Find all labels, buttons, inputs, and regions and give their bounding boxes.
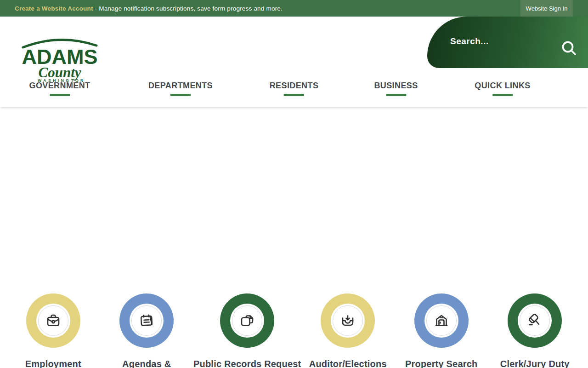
nav-underline [170, 94, 191, 96]
quicklink-property-search[interactable]: Property Search [395, 293, 488, 368]
quicklink-label: Property Search [405, 359, 478, 368]
notepad-icon [138, 312, 155, 329]
hero-section [0, 107, 588, 290]
nav-underline [50, 94, 70, 96]
quicklink-clerk-jury-duty[interactable]: Clerk/Jury Duty [488, 293, 582, 368]
nav-label: RESIDENTS [270, 81, 319, 91]
utility-bar: Create a Website Account - Manage notifi… [0, 0, 588, 17]
gavel-icon [526, 312, 543, 329]
search-button[interactable] [561, 40, 577, 56]
nav-item-residents[interactable]: RESIDENTS [270, 81, 319, 96]
nav-label: GOVERNMENT [29, 81, 90, 91]
quicklink-ring [414, 293, 469, 348]
quicklink-inner-circle [130, 304, 164, 338]
quicklink-inner-circle [36, 304, 70, 338]
quicklink-label: Public Records Request [193, 359, 301, 368]
quicklink-label: Agendas & [122, 359, 171, 368]
nav-item-departments[interactable]: DEPARTMENTS [148, 81, 213, 96]
site-header: ADAMS County WASHINGTON GOVERNMENT DEPAR… [0, 17, 588, 107]
briefcase-icon [45, 312, 62, 329]
quicklink-inner-circle [230, 304, 264, 338]
search-icon [561, 51, 577, 58]
account-promo-text: Create a Website Account - Manage notifi… [15, 5, 283, 12]
nav-item-quick-links[interactable]: QUICK LINKS [475, 81, 530, 96]
quicklink-employment[interactable]: Employment [6, 293, 100, 368]
quicklink-public-records-request[interactable]: Public Records Request [193, 293, 301, 368]
quicklink-ring [508, 293, 562, 348]
nav-label: DEPARTMENTS [148, 81, 213, 91]
quicklink-label: Clerk/Jury Duty [500, 359, 570, 368]
quicklink-label: Employment [25, 359, 81, 368]
documents-icon [239, 312, 255, 329]
quick-links-row: Employment [6, 293, 582, 368]
quicklink-label: Auditor/Elections [309, 359, 387, 368]
nav-label: BUSINESS [374, 81, 418, 91]
quicklink-auditor-elections[interactable]: Auditor/Elections [301, 293, 395, 368]
nav-underline [386, 94, 406, 96]
quicklink-inner-circle [331, 304, 365, 338]
nav-item-business[interactable]: BUSINESS [374, 81, 418, 96]
inbox-icon [339, 312, 356, 329]
quicklink-ring [119, 293, 174, 348]
main-nav: GOVERNMENT DEPARTMENTS RESIDENTS BUSINES… [0, 81, 588, 107]
nav-label: QUICK LINKS [475, 81, 530, 91]
quicklink-ring [26, 293, 80, 348]
account-promo-description: - Manage notification subscriptions, sav… [95, 5, 283, 12]
nav-underline [284, 94, 304, 96]
nav-item-government[interactable]: GOVERNMENT [29, 81, 90, 96]
website-sign-in-button[interactable]: Website Sign In [520, 0, 573, 17]
search-input[interactable] [450, 32, 537, 51]
search-bar [427, 17, 588, 68]
adams-county-logo[interactable]: ADAMS County WASHINGTON [21, 35, 98, 83]
quicklink-inner-circle [518, 304, 552, 338]
create-account-link[interactable]: Create a Website Account [15, 5, 93, 12]
quicklink-agendas-minutes[interactable]: Agendas & [100, 293, 194, 368]
quicklink-inner-circle [424, 304, 458, 338]
quicklink-ring [321, 293, 375, 348]
nav-underline [492, 94, 513, 96]
quicklink-ring [220, 293, 274, 348]
house-icon [433, 312, 450, 329]
